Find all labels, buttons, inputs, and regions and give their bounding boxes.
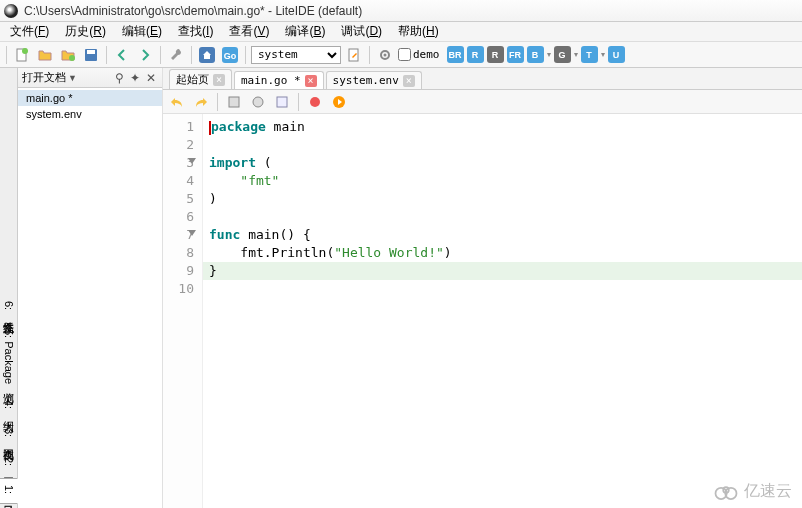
dropdown-icon[interactable]: ▼ [68, 73, 77, 83]
new-folder-icon[interactable] [58, 45, 78, 65]
left-tab[interactable]: 3: 类视图 [0, 421, 18, 447]
left-tab[interactable]: 6: 文件系统 [0, 294, 18, 320]
side-panel-header: 打开文档 ▼ ⚲ ✦ ✕ [18, 68, 162, 88]
close-panel-icon[interactable]: ✕ [144, 71, 158, 85]
tab-close-icon[interactable]: × [403, 75, 415, 87]
badge-r[interactable]: R [467, 46, 484, 63]
badge-t[interactable]: T [581, 46, 598, 63]
editor-tab[interactable]: system.env× [326, 71, 422, 89]
pin-icon[interactable]: ⚲ [112, 71, 126, 85]
wrench-icon[interactable] [166, 45, 186, 65]
left-tab[interactable]: 4: 大纲 [0, 393, 18, 419]
edit-env-icon[interactable] [344, 45, 364, 65]
side-panel-title: 打开文档 [22, 70, 66, 85]
left-tab[interactable]: 5: Package浏览 [0, 322, 18, 391]
badge-g[interactable]: G [554, 46, 571, 63]
svg-text:Go: Go [224, 51, 237, 61]
record-icon[interactable] [305, 92, 325, 112]
tool1-icon[interactable] [224, 92, 244, 112]
menu-v[interactable]: 查看(V) [223, 21, 275, 42]
svg-rect-11 [229, 97, 239, 107]
editor-toolbar [163, 90, 802, 114]
svg-point-12 [253, 97, 263, 107]
fold-icon[interactable] [188, 230, 196, 236]
line-gutter: 12345678910 [163, 114, 203, 508]
fold-icon[interactable] [188, 158, 196, 164]
badge-u[interactable]: U [608, 46, 625, 63]
demo-checkbox[interactable]: demo [398, 48, 440, 61]
menu-i[interactable]: 查找(I) [172, 21, 219, 42]
watermark: 亿速云 [712, 481, 792, 502]
badge-dropdown-icon[interactable]: ▾ [574, 50, 578, 59]
window-title: C:\Users\Administrator\go\src\demo\main.… [24, 4, 362, 18]
go-icon[interactable]: Go [220, 45, 240, 65]
menu-h[interactable]: 帮助(H) [392, 21, 445, 42]
menu-r[interactable]: 历史(R) [59, 21, 112, 42]
left-tab[interactable]: 1: 目录 [0, 478, 18, 504]
svg-point-14 [310, 97, 320, 107]
editor-tab-bar: 起始页×main.go *×system.env× [163, 68, 802, 90]
badge-fr[interactable]: FR [507, 46, 524, 63]
back-icon[interactable] [112, 45, 132, 65]
tool3-icon[interactable] [272, 92, 292, 112]
badge-dropdown-icon[interactable]: ▾ [601, 50, 605, 59]
badge-r[interactable]: R [487, 46, 504, 63]
editor-area: 起始页×main.go *×system.env× 12345678910 pa… [163, 68, 802, 508]
file-item[interactable]: main.go * [18, 90, 162, 106]
home-icon[interactable] [197, 45, 217, 65]
editor-tab[interactable]: main.go *× [234, 71, 324, 89]
menu-b[interactable]: 编译(B) [279, 21, 331, 42]
side-panel: 打开文档 ▼ ⚲ ✦ ✕ main.go *system.env [18, 68, 163, 508]
new-file-icon[interactable] [12, 45, 32, 65]
code-editor[interactable]: 12345678910 package mainimport ( "fmt")f… [163, 114, 802, 508]
menu-f[interactable]: 文件(F) [4, 21, 55, 42]
left-tab[interactable]: 2: 打开文档 [0, 450, 18, 476]
title-bar: C:\Users\Administrator\go\src\demo\main.… [0, 0, 802, 22]
play-icon[interactable] [329, 92, 349, 112]
save-icon[interactable] [81, 45, 101, 65]
svg-rect-4 [87, 50, 95, 54]
gear-icon[interactable] [375, 45, 395, 65]
main-toolbar: Go system demo BRRRFRB▾G▾T▾U [0, 42, 802, 68]
editor-tab[interactable]: 起始页× [169, 69, 232, 89]
undo-icon[interactable] [167, 92, 187, 112]
menu-d[interactable]: 调试(D) [335, 21, 388, 42]
left-tab-strip: 1: 目录2: 打开文档3: 类视图4: 大纲5: Package浏览6: 文件… [0, 68, 18, 508]
forward-icon[interactable] [135, 45, 155, 65]
plus-icon[interactable]: ✦ [128, 71, 142, 85]
code-content[interactable]: package mainimport ( "fmt")func main() {… [203, 114, 802, 508]
svg-rect-8 [349, 49, 358, 61]
svg-point-2 [69, 55, 75, 61]
badge-b[interactable]: B [527, 46, 544, 63]
badge-dropdown-icon[interactable]: ▾ [547, 50, 551, 59]
open-files-list: main.go *system.env [18, 88, 162, 508]
svg-point-1 [22, 48, 28, 54]
svg-point-10 [384, 53, 387, 56]
menu-bar: 文件(F)历史(R)编辑(E)查找(I)查看(V)编译(B)调试(D)帮助(H) [0, 22, 802, 42]
env-combo[interactable]: system [251, 46, 341, 64]
tab-close-icon[interactable]: × [305, 75, 317, 87]
svg-rect-13 [277, 97, 287, 107]
menu-e[interactable]: 编辑(E) [116, 21, 168, 42]
app-icon [4, 4, 18, 18]
redo-icon[interactable] [191, 92, 211, 112]
tab-close-icon[interactable]: × [213, 74, 225, 86]
open-folder-icon[interactable] [35, 45, 55, 65]
tool2-icon[interactable] [248, 92, 268, 112]
file-item[interactable]: system.env [18, 106, 162, 122]
badge-br[interactable]: BR [447, 46, 464, 63]
